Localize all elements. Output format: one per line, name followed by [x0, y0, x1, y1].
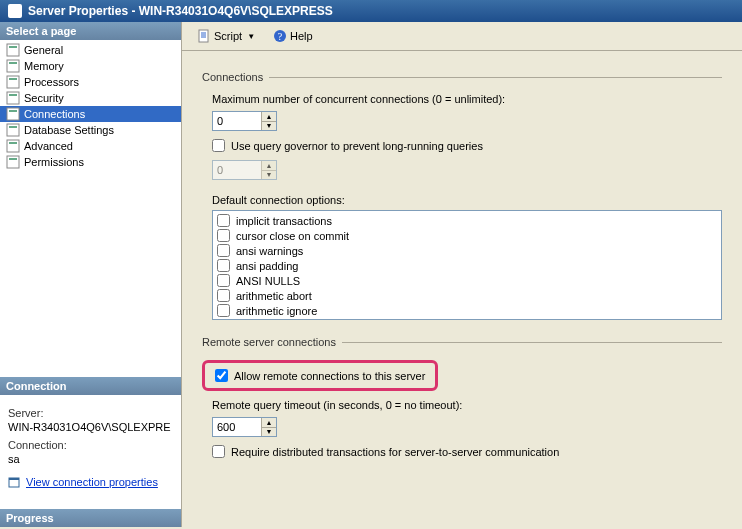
connections-group-label: Connections: [202, 71, 722, 83]
sidebar-item-label: Processors: [24, 76, 79, 88]
option-checkbox[interactable]: [217, 274, 230, 287]
sidebar-item-label: Memory: [24, 60, 64, 72]
highlight-annotation: Allow remote connections to this server: [202, 360, 438, 391]
option-checkbox[interactable]: [217, 229, 230, 242]
svg-rect-10: [7, 124, 19, 136]
allow-remote-checkbox[interactable]: [215, 369, 228, 382]
spin-down-icon: ▼: [262, 171, 276, 180]
option-row[interactable]: implicit transactions: [215, 213, 719, 228]
svg-rect-4: [7, 76, 19, 88]
toolbar: Script ▼ ? Help: [182, 22, 742, 51]
option-label: arithmetic abort: [236, 290, 312, 302]
svg-rect-2: [7, 60, 19, 72]
server-label: Server:: [8, 407, 173, 419]
query-governor-spinner[interactable]: ▲▼: [212, 160, 277, 180]
svg-text:?: ?: [278, 31, 283, 42]
sidebar-item-label: Advanced: [24, 140, 73, 152]
connection-label: Connection:: [8, 439, 173, 451]
script-button[interactable]: Script ▼: [190, 26, 262, 46]
sidebar-item-label: Connections: [24, 108, 85, 120]
view-connection-properties-link[interactable]: View connection properties: [8, 475, 158, 489]
sidebar-item-label: Permissions: [24, 156, 84, 168]
page-icon: [6, 139, 20, 153]
sidebar-item-database-settings[interactable]: Database Settings: [0, 122, 181, 138]
sidebar-item-processors[interactable]: Processors: [0, 74, 181, 90]
option-row[interactable]: ANSI NULLS: [215, 273, 719, 288]
spin-up-icon[interactable]: ▲: [262, 112, 276, 122]
properties-icon: [8, 475, 22, 489]
option-checkbox[interactable]: [217, 214, 230, 227]
svg-rect-3: [9, 62, 17, 64]
require-distributed-checkbox[interactable]: [212, 445, 225, 458]
window-title: Server Properties - WIN-R34031O4Q6V\SQLE…: [28, 4, 333, 18]
option-checkbox[interactable]: [217, 259, 230, 272]
option-checkbox[interactable]: [217, 304, 230, 317]
page-icon: [6, 107, 20, 121]
max-connections-input[interactable]: [213, 112, 261, 130]
svg-rect-0: [7, 44, 19, 56]
svg-rect-5: [9, 78, 17, 80]
svg-rect-18: [199, 30, 208, 42]
option-checkbox[interactable]: [217, 289, 230, 302]
server-value: WIN-R34031O4Q6V\SQLEXPRE: [8, 421, 173, 433]
option-checkbox[interactable]: [217, 244, 230, 257]
spin-up-icon[interactable]: ▲: [262, 418, 276, 428]
svg-rect-14: [7, 156, 19, 168]
sidebar-item-label: Security: [24, 92, 64, 104]
option-label: ANSI NULLS: [236, 275, 300, 287]
svg-rect-9: [9, 110, 17, 112]
sidebar-item-permissions[interactable]: Permissions: [0, 154, 181, 170]
script-label: Script: [214, 30, 242, 42]
max-connections-spinner[interactable]: ▲▼: [212, 111, 277, 131]
page-icon: [6, 91, 20, 105]
help-icon: ?: [273, 29, 287, 43]
svg-rect-6: [7, 92, 19, 104]
allow-remote-label: Allow remote connections to this server: [234, 370, 425, 382]
option-label: arithmetic ignore: [236, 305, 317, 317]
spin-up-icon: ▲: [262, 161, 276, 171]
remote-timeout-spinner[interactable]: ▲▼: [212, 417, 277, 437]
query-governor-label: Use query governor to prevent long-runni…: [231, 140, 483, 152]
page-icon: [6, 59, 20, 73]
select-page-header: Select a page: [0, 22, 181, 40]
spin-down-icon[interactable]: ▼: [262, 428, 276, 437]
sidebar-item-advanced[interactable]: Advanced: [0, 138, 181, 154]
svg-rect-1: [9, 46, 17, 48]
option-label: ansi padding: [236, 260, 298, 272]
svg-rect-13: [9, 142, 17, 144]
page-icon: [6, 155, 20, 169]
page-icon: [6, 123, 20, 137]
option-row[interactable]: cursor close on commit: [215, 228, 719, 243]
option-row[interactable]: ansi warnings: [215, 243, 719, 258]
remote-timeout-input[interactable]: [213, 418, 261, 436]
connection-header: Connection: [0, 377, 181, 395]
sidebar-item-connections[interactable]: Connections: [0, 106, 181, 122]
help-button[interactable]: ? Help: [266, 26, 320, 46]
svg-rect-15: [9, 158, 17, 160]
query-governor-checkbox[interactable]: [212, 139, 225, 152]
require-distributed-label: Require distributed transactions for ser…: [231, 446, 559, 458]
spin-down-icon[interactable]: ▼: [262, 122, 276, 131]
remote-group-label: Remote server connections: [202, 336, 722, 348]
sidebar-item-memory[interactable]: Memory: [0, 58, 181, 74]
sidebar-item-label: Database Settings: [24, 124, 114, 136]
svg-rect-17: [9, 478, 19, 480]
remote-timeout-label: Remote query timeout (in seconds, 0 = no…: [212, 399, 722, 411]
sidebar-item-general[interactable]: General: [0, 42, 181, 58]
page-icon: [6, 43, 20, 57]
sidebar-item-security[interactable]: Security: [0, 90, 181, 106]
svg-rect-7: [9, 94, 17, 96]
content-pane: Connections Maximum number of concurrent…: [182, 51, 742, 527]
option-label: implicit transactions: [236, 215, 332, 227]
chevron-down-icon: ▼: [247, 32, 255, 41]
page-icon: [6, 75, 20, 89]
help-label: Help: [290, 30, 313, 42]
svg-rect-11: [9, 126, 17, 128]
query-governor-input: [213, 161, 261, 179]
option-row[interactable]: arithmetic abort: [215, 288, 719, 303]
option-row[interactable]: arithmetic ignore: [215, 303, 719, 318]
app-icon: [8, 4, 22, 18]
default-options-list[interactable]: implicit transactions cursor close on co…: [212, 210, 722, 320]
titlebar: Server Properties - WIN-R34031O4Q6V\SQLE…: [0, 0, 742, 22]
option-row[interactable]: ansi padding: [215, 258, 719, 273]
